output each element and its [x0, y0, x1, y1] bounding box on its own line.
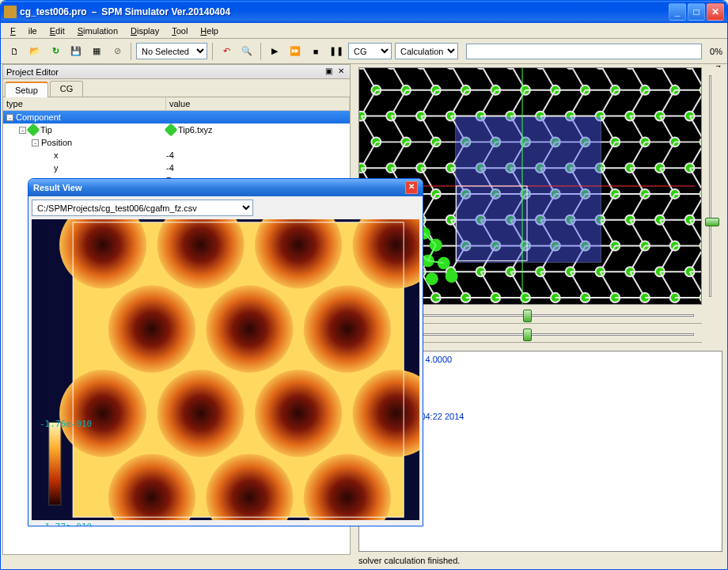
main-titlebar[interactable]: cg_test006.pro － SPM Simulator Ver.20140… [1, 1, 727, 23]
progress-bar [466, 44, 702, 59]
new-button[interactable]: 🗋 [6, 43, 23, 60]
pause-button[interactable]: ❚❚ [328, 43, 345, 60]
menu-help[interactable]: Help [194, 25, 225, 37]
heightmap-svg [32, 219, 419, 520]
row-value: Tip6.txyz [178, 125, 213, 135]
save-button[interactable]: 💾 [67, 43, 85, 60]
svg-point-387 [206, 286, 293, 373]
menu-bar: File Edit Simulation Display Tool Help [1, 23, 727, 39]
column-value[interactable]: value [166, 97, 350, 110]
svg-point-374 [426, 272, 438, 285]
ff-button[interactable]: ⏩ [286, 43, 304, 60]
node-icon [27, 124, 40, 137]
window-title: cg_test006.pro － SPM Simulator Ver.20140… [20, 6, 667, 19]
tree-row[interactable]: -Component [3, 111, 350, 124]
project-editor-header[interactable]: Project Editor ▣ ✕ [3, 65, 350, 79]
svg-point-224 [700, 189, 701, 199]
svg-point-389 [59, 370, 146, 457]
minimize-button[interactable]: _ [669, 3, 686, 21]
column-type[interactable]: type [3, 97, 166, 110]
tree-row[interactable]: y-4 [3, 162, 350, 174]
menu-edit[interactable]: Edit [44, 25, 71, 37]
z-slider[interactable] [705, 67, 724, 305]
separator [212, 43, 213, 60]
stop-button[interactable]: ■ [307, 43, 324, 60]
expander-icon[interactable]: - [6, 114, 13, 121]
row-value: -4 [166, 150, 174, 160]
file-icon: 🗋 [10, 47, 19, 56]
scale-min-label: -1.77e-010 [40, 522, 92, 526]
cancel-icon: ⊘ [114, 46, 121, 56]
svg-point-1 [359, 68, 366, 69]
undo-icon: ↶ [223, 46, 230, 56]
result-file-dropdown[interactable]: C:/SPMProjects/cg_test006/cgafm_fz.csv [32, 200, 253, 216]
close-button[interactable]: ✕ [707, 3, 724, 21]
stop-icon: ■ [313, 47, 319, 56]
svg-point-72 [700, 86, 701, 95]
row-label: x [54, 150, 59, 160]
tab-cg[interactable]: CG [50, 81, 84, 97]
refresh-button[interactable]: ↻ [47, 43, 64, 60]
separator [131, 43, 131, 60]
svg-point-391 [255, 370, 342, 457]
menu-tool[interactable]: Tool [165, 25, 194, 37]
pause-icon: ❚❚ [329, 46, 343, 56]
result-title: Result View [33, 183, 82, 192]
result-titlebar[interactable]: Result View ✕ [28, 179, 423, 196]
undock-icon[interactable]: ▣ [323, 66, 334, 78]
refresh-icon: ↻ [52, 46, 59, 56]
svg-point-365 [700, 293, 701, 302]
pe-tabs: Setup CG [3, 79, 350, 97]
menu-simulation[interactable]: Simulation [71, 25, 124, 37]
menu-display[interactable]: Display [124, 25, 165, 37]
save-icon: 💾 [70, 46, 82, 56]
separator [260, 43, 261, 60]
cancel-button[interactable]: ⊘ [108, 43, 126, 60]
z-thumb[interactable] [705, 218, 719, 226]
toolbar: 🗋 📂 ↻ 💾 ▦ ⊘ No Selected ↶ 🔍 ▶ ⏩ ■ ❚❚ CG … [1, 39, 727, 64]
zoom-in-icon: 🔍 [241, 46, 252, 56]
open-button[interactable]: 📂 [26, 43, 44, 60]
row-label: y [54, 163, 59, 173]
play-icon: ▶ [271, 46, 278, 56]
svg-rect-397 [49, 423, 61, 506]
row-value: -4 [166, 163, 174, 173]
folder-icon: 📂 [29, 46, 40, 56]
svg-point-300 [700, 241, 701, 251]
status-bar: solver calculation finished. [2, 555, 726, 568]
row-label: Component [16, 112, 61, 122]
tree-row[interactable]: -TipTip6.txyz [3, 124, 350, 136]
svg-point-148 [700, 137, 701, 146]
selection-region [456, 117, 601, 263]
row-label: Tip [40, 125, 52, 135]
node-icon [165, 124, 178, 137]
row-label: Position [41, 138, 72, 147]
menu-file[interactable]: File [4, 25, 44, 37]
play-button[interactable]: ▶ [266, 43, 283, 60]
svg-point-390 [157, 370, 245, 457]
tree-header: type value [3, 97, 350, 111]
zoom-in-button[interactable]: 🔍 [238, 43, 256, 60]
undo-button[interactable]: ↶ [218, 43, 235, 60]
expander-icon[interactable]: - [32, 139, 39, 146]
result-view-window: Result View ✕ C:/SPMProjects/cg_test006/… [28, 178, 423, 526]
result-close-button[interactable]: ✕ [405, 181, 418, 194]
expander-icon[interactable]: - [19, 127, 26, 134]
picture-icon: ▦ [93, 46, 100, 56]
view-button[interactable]: ▦ [88, 43, 105, 60]
app-icon [4, 6, 17, 18]
tree-row[interactable]: -Position [3, 136, 350, 149]
svg-point-375 [446, 270, 458, 283]
solver-dropdown[interactable]: CG [348, 43, 392, 59]
selection-dropdown[interactable]: No Selected [136, 43, 207, 59]
tree-row[interactable]: x-4 [3, 149, 350, 162]
result-canvas[interactable]: -1.76e-010 -1.77e-010 [32, 219, 419, 520]
tab-setup[interactable]: Setup [5, 82, 48, 97]
close-icon[interactable]: ✕ [336, 66, 347, 78]
svg-point-388 [304, 286, 391, 373]
maximize-button[interactable]: □ [688, 3, 705, 21]
fast-forward-icon: ⏩ [290, 46, 301, 56]
scale-max-label: -1.76e-010 [40, 419, 92, 429]
mode-dropdown[interactable]: Calculation [395, 43, 458, 59]
project-editor-title: Project Editor [6, 67, 59, 77]
